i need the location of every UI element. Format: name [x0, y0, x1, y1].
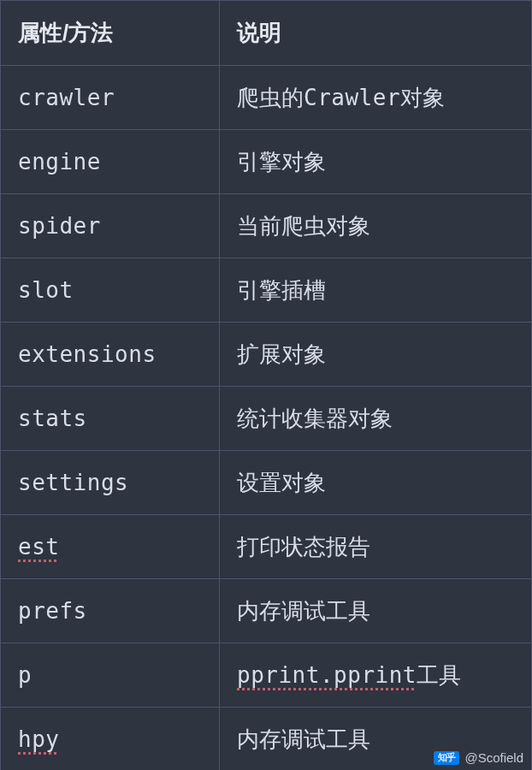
cell-desc: 引擎插槽	[220, 258, 532, 323]
cell-key: engine	[1, 130, 220, 194]
desc-text: 爬虫的	[237, 85, 304, 110]
table-row: stats统计收集器对象	[1, 387, 532, 451]
desc-text: 设置对象	[237, 470, 326, 495]
cell-key: est	[1, 515, 220, 579]
desc-text: 引擎插槽	[237, 277, 326, 303]
table-row: est打印状态报告	[1, 515, 532, 579]
cell-key: hpy	[1, 708, 220, 771]
cell-key: extensions	[1, 323, 220, 387]
desc-text: 内存调试工具	[237, 726, 370, 752]
watermark-text: @Scofield	[464, 750, 523, 765]
table-row: extensions扩展对象	[1, 323, 532, 387]
cell-key: spider	[1, 194, 220, 258]
table-row: slot引擎插槽	[1, 258, 532, 323]
desc-mono-text: pprint.pprint	[237, 662, 417, 688]
desc-text: 对象	[400, 85, 445, 110]
desc-text: 当前爬虫对象	[237, 213, 370, 239]
table-row: crawler爬虫的Crawler对象	[1, 66, 532, 130]
cell-desc: pprint.pprint工具	[220, 643, 532, 708]
key-text: settings	[18, 470, 128, 495]
zhihu-icon: 知乎	[434, 751, 459, 765]
cell-key: p	[1, 643, 220, 708]
key-text: p	[18, 662, 32, 688]
cell-key: crawler	[1, 66, 220, 130]
key-text: extensions	[18, 341, 157, 367]
key-text: slot	[18, 277, 74, 303]
desc-text: 工具	[417, 662, 461, 688]
desc-mono-text: Crawler	[304, 85, 400, 110]
key-text: est	[18, 534, 59, 560]
cell-key: slot	[1, 258, 220, 323]
cell-desc: 内存调试工具	[220, 579, 532, 643]
header-desc: 说明	[220, 1, 532, 66]
key-text: spider	[18, 213, 101, 239]
table-row: engine引擎对象	[1, 130, 532, 194]
key-text: prefs	[18, 598, 87, 624]
cell-desc: 爬虫的Crawler对象	[220, 66, 532, 130]
cell-desc: 统计收集器对象	[220, 387, 532, 451]
cell-desc: 当前爬虫对象	[220, 194, 532, 258]
cell-key: prefs	[1, 579, 220, 643]
watermark: 知乎 @Scofield	[434, 750, 523, 765]
cell-desc: 打印状态报告	[220, 515, 532, 579]
table-header-row: 属性/方法 说明	[1, 1, 532, 66]
desc-text: 统计收集器对象	[237, 406, 393, 431]
cell-desc: 引擎对象	[220, 130, 532, 194]
table-row: prefs内存调试工具	[1, 579, 532, 643]
cell-desc: 扩展对象	[220, 323, 532, 387]
cell-desc: 设置对象	[220, 451, 532, 515]
table-row: spider当前爬虫对象	[1, 194, 532, 258]
key-text: hpy	[18, 726, 59, 752]
attributes-table-container: 属性/方法 说明 crawler爬虫的Crawler对象engine引擎对象sp…	[0, 0, 532, 770]
key-text: crawler	[18, 85, 115, 110]
table-row: ppprint.pprint工具	[1, 643, 532, 708]
key-text: engine	[18, 149, 101, 175]
desc-text: 引擎对象	[237, 149, 326, 175]
desc-text: 扩展对象	[237, 341, 326, 367]
attributes-table: 属性/方法 说明 crawler爬虫的Crawler对象engine引擎对象sp…	[0, 0, 532, 770]
cell-key: stats	[1, 387, 220, 451]
header-key: 属性/方法	[1, 1, 220, 66]
key-text: stats	[18, 406, 87, 431]
table-row: settings设置对象	[1, 451, 532, 515]
desc-text: 打印状态报告	[237, 534, 370, 560]
cell-key: settings	[1, 451, 220, 515]
desc-text: 内存调试工具	[237, 598, 370, 624]
